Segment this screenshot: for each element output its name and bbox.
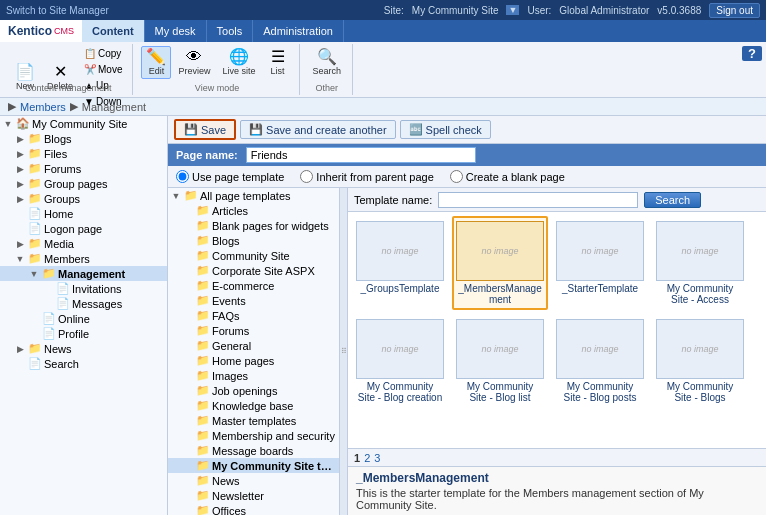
sign-out-button[interactable]: Sign out bbox=[709, 3, 760, 18]
forums-t-folder-icon: 📁 bbox=[196, 324, 210, 337]
sidebar-item-media[interactable]: ▶ 📁 Media bbox=[0, 236, 167, 251]
template-tree-blank[interactable]: 📁 Blank pages for widgets bbox=[168, 218, 339, 233]
list-icon: ☰ bbox=[271, 49, 285, 65]
inherit-radio[interactable]: Inherit from parent page bbox=[300, 170, 433, 183]
copy-button[interactable]: 📋 Copy bbox=[80, 46, 126, 61]
sidebar-item-search[interactable]: 📄 Search bbox=[0, 356, 167, 371]
copy-label: Copy bbox=[98, 48, 121, 59]
sidebar-item-groups[interactable]: ▶ 📁 Groups bbox=[0, 191, 167, 206]
sidebar-item-online[interactable]: 📄 Online bbox=[0, 311, 167, 326]
template-tree-message-boards[interactable]: 📁 Message boards bbox=[168, 443, 339, 458]
move-button[interactable]: ✂️ Move bbox=[80, 62, 126, 77]
page-2-link[interactable]: 2 bbox=[364, 452, 370, 464]
groups-toggle[interactable]: ▶ bbox=[14, 194, 26, 204]
template-tree-corp-aspx[interactable]: 📁 Corporate Site ASPX bbox=[168, 263, 339, 278]
site-dropdown[interactable]: ▼ bbox=[506, 5, 519, 15]
sidebar-item-profile[interactable]: 📄 Profile bbox=[0, 326, 167, 341]
sidebar: ▼ 🏠 My Community Site ▶ 📁 Blogs ▶ 📁 File… bbox=[0, 116, 168, 515]
edit-button[interactable]: ✏️ Edit bbox=[141, 46, 171, 79]
sidebar-media-label: Media bbox=[44, 238, 165, 250]
template-tree-forums[interactable]: 📁 Forums bbox=[168, 323, 339, 338]
live-site-button[interactable]: 🌐 Live site bbox=[217, 46, 260, 79]
members-toggle[interactable]: ▼ bbox=[14, 254, 26, 264]
template-right: Template name: Search no image _GroupsTe… bbox=[348, 188, 766, 515]
switch-site-manager-link[interactable]: Switch to Site Manager bbox=[6, 5, 109, 16]
spell-check-button[interactable]: 🔤 Spell check bbox=[400, 120, 491, 139]
sidebar-item-news[interactable]: ▶ 📁 News bbox=[0, 341, 167, 356]
preview-button[interactable]: 👁 Preview bbox=[173, 46, 215, 79]
template-tree-faqs[interactable]: 📁 FAQs bbox=[168, 308, 339, 323]
template-item-3[interactable]: no image My Community Site - Access bbox=[652, 216, 748, 310]
main: ▼ 🏠 My Community Site ▶ 📁 Blogs ▶ 📁 File… bbox=[0, 116, 766, 515]
template-tree-images[interactable]: 📁 Images bbox=[168, 368, 339, 383]
template-tree-events[interactable]: 📁 Events bbox=[168, 293, 339, 308]
forums-toggle[interactable]: ▶ bbox=[14, 164, 26, 174]
template-tree-news[interactable]: 📁 News bbox=[168, 473, 339, 488]
news-toggle[interactable]: ▶ bbox=[14, 344, 26, 354]
save-create-button[interactable]: 💾 Save and create another bbox=[240, 120, 395, 139]
template-item-4[interactable]: no image My Community Site - Blog creati… bbox=[352, 314, 448, 408]
template-tree-job[interactable]: 📁 Job openings bbox=[168, 383, 339, 398]
sidebar-item-files[interactable]: ▶ 📁 Files bbox=[0, 146, 167, 161]
nav-tab-mydesk[interactable]: My desk bbox=[145, 20, 207, 42]
sidebar-item-home[interactable]: 📄 Home bbox=[0, 206, 167, 221]
sidebar-item-management[interactable]: ▼ 📁 Management bbox=[0, 266, 167, 281]
template-search-input[interactable] bbox=[438, 192, 638, 208]
template-item-7[interactable]: no image My Community Site - Blogs bbox=[652, 314, 748, 408]
template-tree-root[interactable]: ▼ 📁 All page templates bbox=[168, 188, 339, 203]
template-item-6[interactable]: no image My Community Site - Blog posts bbox=[552, 314, 648, 408]
template-item-1[interactable]: no image _MembersManagement bbox=[452, 216, 548, 310]
template-thumb-7: no image bbox=[656, 319, 744, 379]
template-tree-community[interactable]: 📁 Community Site bbox=[168, 248, 339, 263]
template-item-0[interactable]: no image _GroupsTemplate bbox=[352, 216, 448, 310]
nav-tab-tools[interactable]: Tools bbox=[207, 20, 254, 42]
sidebar-item-blogs[interactable]: ▶ 📁 Blogs bbox=[0, 131, 167, 146]
logo-kentico: Kentico bbox=[8, 24, 52, 38]
list-button[interactable]: ☰ List bbox=[263, 46, 293, 79]
nav-tab-administration[interactable]: Administration bbox=[253, 20, 344, 42]
template-tree-my-community[interactable]: 📁 My Community Site templates bbox=[168, 458, 339, 473]
blank-radio[interactable]: Create a blank page bbox=[450, 170, 565, 183]
membership-folder-icon: 📁 bbox=[196, 429, 210, 442]
template-tree-blogs[interactable]: 📁 Blogs bbox=[168, 233, 339, 248]
nav-tab-content[interactable]: Content bbox=[82, 20, 145, 42]
use-template-radio[interactable]: Use page template bbox=[176, 170, 284, 183]
template-tree-home-pages[interactable]: 📁 Home pages bbox=[168, 353, 339, 368]
down-button[interactable]: ▼ Down bbox=[80, 94, 126, 109]
template-tree-ecommerce[interactable]: 📁 E-commerce bbox=[168, 278, 339, 293]
media-toggle[interactable]: ▶ bbox=[14, 239, 26, 249]
template-tree-offices[interactable]: 📁 Offices bbox=[168, 503, 339, 515]
template-tree-knowledge[interactable]: 📁 Knowledge base bbox=[168, 398, 339, 413]
use-template-radio-input[interactable] bbox=[176, 170, 189, 183]
sidebar-item-messages[interactable]: 📄 Messages bbox=[0, 296, 167, 311]
blank-radio-input[interactable] bbox=[450, 170, 463, 183]
search-toolbar-button[interactable]: 🔍 Search bbox=[308, 46, 347, 79]
template-tree-general[interactable]: 📁 General bbox=[168, 338, 339, 353]
preview-label: Preview bbox=[178, 66, 210, 76]
resize-handle[interactable]: ⠿ bbox=[340, 188, 348, 515]
sidebar-item-invitations[interactable]: 📄 Invitations bbox=[0, 281, 167, 296]
template-tree-master[interactable]: 📁 Master templates bbox=[168, 413, 339, 428]
template-thumb-6: no image bbox=[556, 319, 644, 379]
template-root-toggle[interactable]: ▼ bbox=[170, 191, 182, 201]
template-tree-articles[interactable]: 📁 Articles bbox=[168, 203, 339, 218]
template-search-button[interactable]: Search bbox=[644, 192, 701, 208]
sidebar-item-members[interactable]: ▼ 📁 Members bbox=[0, 251, 167, 266]
sidebar-item-forums[interactable]: ▶ 📁 Forums bbox=[0, 161, 167, 176]
management-toggle[interactable]: ▼ bbox=[28, 269, 40, 279]
group-pages-toggle[interactable]: ▶ bbox=[14, 179, 26, 189]
template-item-5[interactable]: no image My Community Site - Blog list bbox=[452, 314, 548, 408]
template-item-2[interactable]: no image _StarterTemplate bbox=[552, 216, 648, 310]
help-button[interactable]: ? bbox=[742, 46, 762, 61]
page-1-link[interactable]: 1 bbox=[354, 452, 360, 464]
files-toggle[interactable]: ▶ bbox=[14, 149, 26, 159]
template-tree-membership[interactable]: 📁 Membership and security bbox=[168, 428, 339, 443]
sidebar-item-group-pages[interactable]: ▶ 📁 Group pages bbox=[0, 176, 167, 191]
template-tree-newsletter[interactable]: 📁 Newsletter bbox=[168, 488, 339, 503]
page-3-link[interactable]: 3 bbox=[374, 452, 380, 464]
inherit-radio-input[interactable] bbox=[300, 170, 313, 183]
page-name-input[interactable] bbox=[246, 147, 476, 163]
blogs-toggle[interactable]: ▶ bbox=[14, 134, 26, 144]
save-button[interactable]: 💾 Save bbox=[174, 119, 236, 140]
sidebar-item-logon[interactable]: 📄 Logon page bbox=[0, 221, 167, 236]
